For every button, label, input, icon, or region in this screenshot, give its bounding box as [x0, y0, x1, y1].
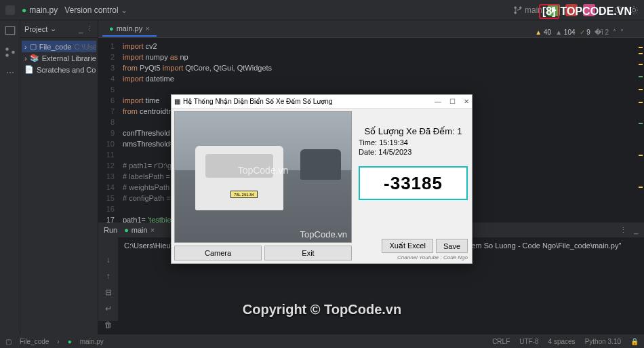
- run-label: Run: [104, 226, 117, 234]
- up-icon[interactable]: ↑: [106, 271, 110, 281]
- trash-icon[interactable]: 🗑: [104, 320, 113, 330]
- detected-plate-small: 78L 291.84: [230, 191, 258, 198]
- indent-indicator[interactable]: 4 spaces: [548, 338, 576, 345]
- file-name-label: main.py: [29, 5, 58, 15]
- run-rail: ↓ ↑ ⊟ ↵ 🗑: [98, 237, 119, 321]
- exit-button[interactable]: Exit: [264, 246, 352, 260]
- vcs-menu[interactable]: Version control ⌄: [64, 5, 127, 15]
- branch-indicator[interactable]: main: [514, 5, 542, 15]
- more-tools-icon[interactable]: ⋯: [6, 68, 14, 77]
- current-file-tab[interactable]: ● main.py: [22, 5, 58, 15]
- chevron-right-icon: ›: [24, 43, 27, 51]
- chevron-down-icon[interactable]: ⌄: [50, 24, 56, 33]
- copyright-watermark: Copyright © TopCode.vn: [243, 302, 401, 317]
- project-panel: Project ⌄ ⎯ ⋮ › ▢ File_code C:\Users\Hie…: [20, 20, 98, 334]
- video-preview: 78L 291.84 TopCode.vn TopCode.vn: [174, 111, 352, 243]
- wrap-icon[interactable]: ↵: [105, 304, 112, 313]
- python-icon: ●: [124, 226, 129, 234]
- detected-car: 78L 291.84: [195, 146, 283, 210]
- line-sep-indicator[interactable]: CRLF: [492, 338, 510, 345]
- filter-icon[interactable]: ⊟: [105, 288, 112, 297]
- encoding-indicator[interactable]: UTF-8: [519, 338, 538, 345]
- plate-display: 33185: [359, 166, 468, 200]
- status-bar: ▢ File_code › ● main.py CRLF UTF-8 4 spa…: [0, 334, 644, 348]
- down-icon[interactable]: ↓: [106, 255, 110, 265]
- breadcrumb-icon: ▢: [5, 338, 12, 345]
- time-label: Time: 15:19:34: [359, 138, 468, 147]
- project-tree[interactable]: › ▢ File_code C:\Users\Hieu\Down › 📚 Ext…: [20, 38, 98, 78]
- brand-watermark: [8]TOPCODE.VN: [539, 4, 632, 19]
- library-icon: 📚: [30, 54, 39, 62]
- minimize-icon[interactable]: ⎯: [634, 226, 639, 234]
- project-title-label: Project: [24, 25, 47, 33]
- lock-icon[interactable]: 🔒: [630, 338, 639, 345]
- svg-point-5: [12, 51, 15, 54]
- maximize-icon[interactable]: ☐: [449, 98, 456, 105]
- chevron-right-icon: ›: [24, 54, 27, 62]
- editor-tab-main[interactable]: ● main.py ×: [102, 22, 157, 37]
- tree-item-external-libraries[interactable]: › 📚 External Libraries: [22, 52, 96, 64]
- python-icon: ●: [68, 338, 72, 345]
- count-label: Số Lượng Xe Đã Đếm: 1: [359, 126, 468, 136]
- inspection-widget[interactable]: 40 104 9 �ì 2 ˄ ˅: [535, 28, 624, 36]
- left-tool-rail: ⋯: [0, 20, 20, 334]
- close-icon[interactable]: ×: [145, 24, 149, 33]
- close-icon[interactable]: ×: [150, 226, 155, 234]
- watermark-label: TopCode.vn: [300, 229, 347, 239]
- chevron-down-icon[interactable]: ˅: [620, 28, 624, 36]
- svg-point-3: [5, 47, 9, 51]
- line-gutter: 1234567891011121314151617181920212223242…: [98, 38, 119, 250]
- camera-button[interactable]: Camera: [174, 246, 262, 260]
- more-icon[interactable]: ⋮: [86, 24, 94, 33]
- save-button[interactable]: Save: [436, 239, 468, 253]
- dialog-titlebar[interactable]: ▦ Hệ Thống Nhận Diện Biển Số Xe Đếm Số L…: [172, 95, 472, 109]
- app-dialog-window: ▦ Hệ Thống Nhận Diện Biển Số Xe Đếm Số L…: [171, 94, 472, 264]
- error-stripe[interactable]: [636, 38, 644, 250]
- project-icon[interactable]: [4, 24, 16, 37]
- detected-car: [300, 149, 341, 180]
- export-excel-button[interactable]: Xuất Excel: [382, 239, 432, 253]
- dialog-title-label: Hệ Thống Nhận Diện Biển Số Xe Đếm Số Lượ…: [183, 98, 332, 105]
- python-icon: ●: [22, 5, 26, 15]
- app-icon: ▦: [174, 98, 180, 105]
- date-label: Date: 14/5/2023: [359, 148, 468, 156]
- project-panel-header: Project ⌄ ⎯ ⋮: [20, 20, 98, 38]
- breadcrumb-file[interactable]: main.py: [80, 338, 104, 345]
- app-logo-icon: [5, 5, 15, 15]
- run-config-tab[interactable]: ● main ×: [124, 226, 155, 234]
- more-icon[interactable]: ⋮: [620, 226, 627, 235]
- tree-item-root[interactable]: › ▢ File_code C:\Users\Hieu\Down: [22, 41, 96, 52]
- credit-label: Channel Youtube : Code Ngo: [359, 254, 468, 260]
- close-icon[interactable]: ✕: [464, 98, 469, 105]
- svg-rect-2: [5, 26, 15, 34]
- tree-item-scratches[interactable]: 📄 Scratches and Consoles: [22, 64, 96, 75]
- folder-icon: ▢: [30, 42, 37, 51]
- chevron-up-icon[interactable]: ˄: [613, 28, 616, 36]
- structure-icon[interactable]: [4, 46, 16, 58]
- svg-point-4: [5, 54, 9, 57]
- scratch-icon: 📄: [24, 65, 34, 74]
- minimize-icon[interactable]: —: [435, 98, 441, 105]
- python-icon: ●: [109, 24, 114, 33]
- svg-point-1: [632, 8, 635, 12]
- collapse-icon[interactable]: ⎯: [79, 25, 83, 33]
- branch-icon: [514, 6, 522, 14]
- watermark-label: TopCode.vn: [238, 165, 289, 176]
- interpreter-indicator[interactable]: Python 3.10: [585, 338, 621, 345]
- chevron-down-icon: ⌄: [121, 5, 127, 15]
- breadcrumb-folder[interactable]: File_code: [20, 338, 49, 345]
